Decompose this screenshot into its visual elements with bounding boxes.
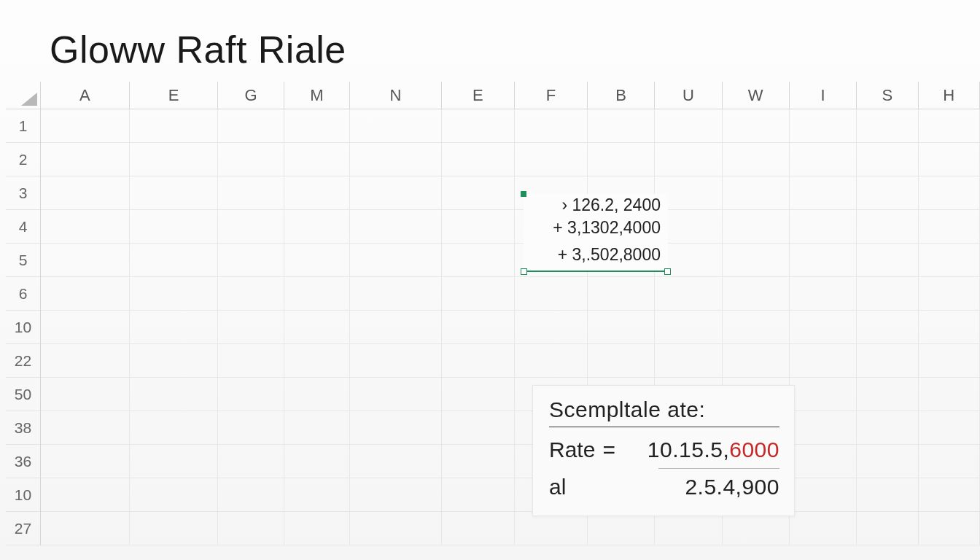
cell[interactable] (857, 445, 918, 478)
cell[interactable] (350, 344, 442, 377)
cell[interactable] (41, 109, 130, 142)
cell[interactable] (284, 411, 350, 444)
cell[interactable] (723, 244, 790, 276)
cell[interactable] (218, 109, 284, 142)
cell[interactable] (588, 311, 655, 343)
cell[interactable] (919, 445, 980, 478)
cell[interactable] (41, 378, 130, 411)
cell[interactable] (588, 344, 655, 377)
cell[interactable] (655, 277, 722, 310)
cell[interactable] (130, 109, 219, 142)
cell[interactable] (218, 411, 284, 444)
cell[interactable] (442, 244, 515, 276)
cell[interactable] (218, 378, 284, 411)
cell[interactable] (130, 445, 219, 478)
column-header[interactable]: W (723, 82, 790, 109)
cell[interactable] (284, 143, 350, 176)
cell[interactable] (350, 512, 442, 545)
column-header[interactable]: H (919, 82, 980, 109)
cell[interactable] (857, 176, 918, 209)
cell[interactable] (284, 311, 350, 343)
cell[interactable] (857, 512, 918, 545)
cell[interactable] (442, 143, 515, 176)
cell[interactable] (790, 378, 857, 411)
cell[interactable] (919, 311, 980, 343)
column-header[interactable]: M (284, 82, 350, 109)
cell[interactable] (723, 143, 790, 176)
cell[interactable] (218, 311, 284, 343)
cell[interactable] (442, 109, 515, 142)
cell[interactable] (723, 311, 790, 343)
row-header[interactable]: 2 (6, 143, 40, 176)
cell[interactable] (857, 244, 918, 276)
cell[interactable] (130, 277, 219, 310)
cell[interactable] (130, 378, 219, 411)
cell[interactable] (284, 277, 350, 310)
cell[interactable] (41, 277, 130, 310)
cell[interactable] (41, 244, 130, 276)
row-header[interactable]: 38 (6, 411, 40, 445)
cell[interactable] (723, 512, 790, 545)
cell[interactable] (723, 109, 790, 142)
cell[interactable] (284, 176, 350, 209)
cell[interactable] (790, 478, 857, 511)
resize-handle-icon[interactable] (521, 191, 526, 197)
cell[interactable] (41, 311, 130, 343)
cell[interactable] (130, 478, 219, 511)
cell[interactable] (442, 176, 515, 209)
cell[interactable] (130, 344, 219, 377)
cell[interactable] (790, 109, 857, 142)
cell[interactable] (515, 109, 588, 142)
cell[interactable] (790, 411, 857, 444)
cell[interactable] (284, 344, 350, 377)
cell[interactable] (218, 143, 284, 176)
cell[interactable] (442, 411, 515, 444)
cell[interactable] (857, 311, 918, 343)
column-header[interactable]: E (130, 82, 219, 109)
cell[interactable] (723, 210, 790, 243)
cell[interactable] (350, 109, 442, 142)
cell[interactable] (350, 411, 442, 444)
cell[interactable] (919, 109, 980, 142)
cell[interactable] (790, 244, 857, 276)
column-header[interactable]: U (655, 82, 722, 109)
cell[interactable] (588, 512, 655, 545)
cell[interactable] (919, 512, 980, 545)
row-header[interactable]: 10 (6, 478, 40, 512)
cell[interactable] (442, 277, 515, 310)
cell[interactable] (588, 143, 655, 176)
cell[interactable] (588, 277, 655, 310)
cell[interactable] (350, 143, 442, 176)
cell[interactable] (857, 143, 918, 176)
cell[interactable] (350, 378, 442, 411)
cell[interactable] (919, 176, 980, 209)
cell[interactable] (919, 143, 980, 176)
cell[interactable] (655, 109, 722, 142)
cell[interactable] (919, 378, 980, 411)
cell[interactable] (515, 512, 588, 545)
column-header[interactable]: I (790, 82, 857, 109)
cell[interactable] (655, 311, 722, 343)
column-header[interactable]: B (588, 82, 655, 109)
cell[interactable] (790, 143, 857, 176)
cell[interactable] (350, 176, 442, 209)
cell[interactable] (442, 512, 515, 545)
cell[interactable] (723, 344, 790, 377)
cell[interactable] (515, 344, 588, 377)
cell[interactable] (218, 478, 284, 511)
row-header[interactable]: 50 (6, 378, 40, 411)
cell[interactable] (790, 344, 857, 377)
cell[interactable] (919, 277, 980, 310)
cell[interactable] (515, 143, 588, 176)
row-header[interactable]: 6 (6, 277, 40, 311)
cell[interactable] (218, 244, 284, 276)
cell[interactable] (790, 176, 857, 209)
row-header[interactable]: 27 (6, 512, 40, 545)
cell[interactable] (442, 378, 515, 411)
cell[interactable] (857, 109, 918, 142)
cell[interactable] (218, 176, 284, 209)
column-header[interactable]: G (218, 82, 284, 109)
select-all-corner[interactable] (6, 82, 41, 109)
cell[interactable] (588, 109, 655, 142)
cell[interactable] (723, 176, 790, 209)
